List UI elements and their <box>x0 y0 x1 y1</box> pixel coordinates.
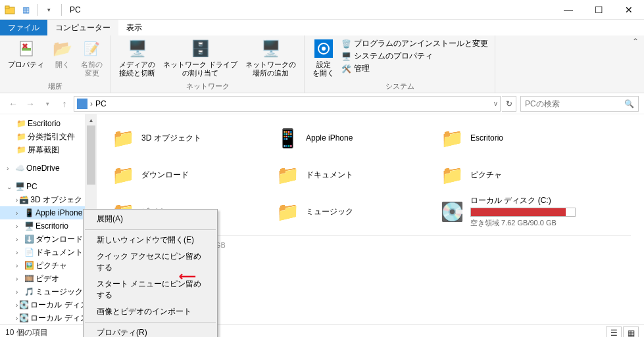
nav-3d[interactable]: ›🗃️3D オブジェクト <box>0 193 85 206</box>
ribbon-collapse-icon[interactable]: ⌃ <box>632 37 639 46</box>
nav-escritorio-top[interactable]: 📁Escritorio <box>0 117 85 130</box>
nav-history-button[interactable]: ▾ <box>39 96 55 112</box>
tab-view[interactable]: 表示 <box>118 20 150 35</box>
navigation-pane: 📁Escritorio 📁分类指引文件 📁屏幕截图 ›☁️OneDrive ⌄🖥… <box>0 114 86 325</box>
nav-guide[interactable]: 📁分类指引文件 <box>0 130 85 143</box>
nav-documents[interactable]: ›📄ドキュメント <box>0 246 85 259</box>
tab-computer[interactable]: コンピューター <box>47 20 118 35</box>
search-box[interactable]: 🔍 <box>520 96 639 112</box>
ctx-pin-start[interactable]: スタート メニューにピン留めする <box>84 276 217 303</box>
ribbon-group-location: プロパティ 📂 開く 📝 名前の 変更 場所 <box>0 35 111 93</box>
ribbon-tabs: ファイル コンピューター 表示 <box>0 20 644 35</box>
nav-downloads[interactable]: ›⬇️ダウンロード <box>0 233 85 246</box>
ribbon-rename[interactable]: 📝 名前の 変更 <box>77 37 107 79</box>
ribbon-uninstall[interactable]: 🗑️プログラムのアンインストールと変更 <box>341 38 488 49</box>
ribbon-properties[interactable]: プロパティ <box>4 37 48 70</box>
nav-screenshot[interactable]: 📁屏幕截图 <box>0 143 85 156</box>
ctx-import[interactable]: 画像とビデオのインポート <box>84 303 217 320</box>
ribbon-settings[interactable]: 設定 を開く <box>309 37 338 79</box>
pc-icon <box>77 99 87 109</box>
qat-dropdown-icon[interactable]: ▾ <box>41 3 56 17</box>
item-music[interactable]: 📁ミュージック <box>274 196 412 227</box>
nav-escritorio[interactable]: ›🖥️Escritorio <box>0 219 85 233</box>
search-icon: 🔍 <box>624 99 634 108</box>
item-diskc[interactable]: 💽 ローカル ディスク (C:) 空き領域 7.62 GB/90.0 GB <box>439 196 577 227</box>
ctx-pin-quick[interactable]: クイック アクセスにピン留めする <box>84 248 217 276</box>
breadcrumb-label: PC <box>95 99 107 108</box>
ribbon-group-system: 設定 を開く 🗑️プログラムのアンインストールと変更 🖥️システムのプロパティ … <box>305 35 495 93</box>
breadcrumb[interactable]: › PC v <box>74 96 501 112</box>
quick-access-toolbar: ▦ ▾ <box>0 3 59 17</box>
nav-iphone[interactable]: ›📱Apple iPhone <box>0 206 85 219</box>
titlebar: ▦ ▾ PC — ☐ ✕ <box>0 0 644 20</box>
disk-usage-bar <box>470 208 576 217</box>
svg-point-5 <box>322 47 326 51</box>
ctx-new-window[interactable]: 新しいウィンドウで開く(E) <box>84 232 217 248</box>
close-button[interactable]: ✕ <box>614 0 644 20</box>
ribbon-open[interactable]: 📂 開く <box>48 37 77 70</box>
window-title: PC <box>70 5 81 14</box>
item-documents[interactable]: 📁ドキュメント <box>274 159 412 191</box>
refresh-button[interactable]: ↻ <box>502 96 516 112</box>
nav-onedrive[interactable]: ›☁️OneDrive <box>0 162 85 175</box>
maximize-button[interactable]: ☐ <box>583 0 614 20</box>
search-input[interactable] <box>525 99 624 108</box>
ribbon-sysprops[interactable]: 🖥️システムのプロパティ <box>341 51 488 62</box>
nav-music[interactable]: ›🎵ミュージック <box>0 285 85 298</box>
ribbon-media[interactable]: 🖥️ メディアの 接続と切断 <box>115 37 159 79</box>
ribbon-add-location[interactable]: 🖥️ ネットワークの 場所の追加 <box>241 37 300 79</box>
item-escritorio[interactable]: 📁Escritorio <box>439 122 577 154</box>
properties-icon[interactable]: ▦ <box>18 3 33 17</box>
nav-forward-button[interactable]: → <box>22 96 38 112</box>
minimize-button[interactable]: — <box>553 0 583 20</box>
ribbon: プロパティ 📂 開く 📝 名前の 変更 場所 🖥️ メディアの 接続と切断 🗄️… <box>0 35 644 93</box>
context-menu: 展開(A) 新しいウィンドウで開く(E) クイック アクセスにピン留めする スタ… <box>83 209 218 337</box>
ctx-properties[interactable]: プロパティ(R) <box>84 325 217 337</box>
ctx-expand[interactable]: 展開(A) <box>84 211 217 227</box>
nav-pc[interactable]: ⌄🖥️PC <box>0 180 85 193</box>
item-pictures[interactable]: 📁ピクチャ <box>439 159 577 191</box>
folder-icon[interactable] <box>3 3 17 17</box>
item-iphone[interactable]: 📱Apple iPhone <box>274 122 412 154</box>
svg-rect-1 <box>5 6 9 9</box>
item-3d[interactable]: 📁3D オブジェクト <box>110 122 248 154</box>
item-downloads[interactable]: 📁ダウンロード <box>110 159 248 191</box>
view-details-button[interactable]: ☰ <box>606 326 622 338</box>
nav-videos[interactable]: ›🎞️ビデオ <box>0 272 85 285</box>
breadcrumb-dropdown-icon[interactable]: v <box>494 100 497 107</box>
scroll-up-icon[interactable]: ▴ <box>86 114 97 125</box>
status-count: 10 個の項目 <box>5 327 48 337</box>
scroll-thumb[interactable] <box>87 125 95 185</box>
address-bar: ← → ▾ ↑ › PC v ↻ 🔍 <box>0 93 644 114</box>
view-icons-button[interactable]: ▦ <box>623 326 639 338</box>
nav-pictures[interactable]: ›🖼️ピクチャ <box>0 259 85 272</box>
ribbon-group-network: 🖥️ メディアの 接続と切断 🗄️ ネットワーク ドライブ の割り当て 🖥️ ネ… <box>111 35 305 93</box>
ribbon-map-drive[interactable]: 🗄️ ネットワーク ドライブ の割り当て <box>159 37 241 79</box>
nav-diskd[interactable]: ›💽ローカル ディスク (D <box>0 311 85 325</box>
nav-up-button[interactable]: ↑ <box>57 96 72 112</box>
nav-diskc[interactable]: ›💽ローカル ディスク (C:) <box>0 298 85 311</box>
ribbon-manage[interactable]: 🛠️管理 <box>341 63 488 74</box>
tab-file[interactable]: ファイル <box>0 20 47 35</box>
nav-back-button[interactable]: ← <box>5 96 21 112</box>
window-controls: — ☐ ✕ <box>553 0 644 20</box>
